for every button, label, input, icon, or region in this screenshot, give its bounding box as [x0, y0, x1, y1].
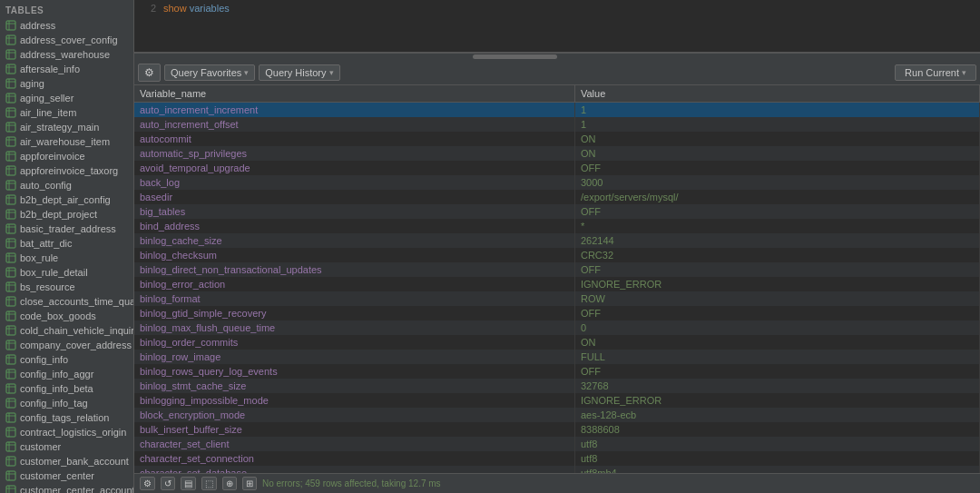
sidebar-table-item[interactable]: auto_config [0, 178, 133, 192]
sidebar-table-item[interactable]: config_info_beta [0, 381, 133, 396]
svg-rect-36 [6, 195, 15, 204]
table-name: customer_center [20, 470, 94, 481]
table-row[interactable]: binlog_error_action IGNORE_ERROR [134, 277, 980, 291]
sidebar-table-item[interactable]: customer_bank_account [0, 454, 133, 468]
table-row[interactable]: binlog_row_image FULL [134, 350, 980, 364]
status-grid-btn[interactable]: ⊞ [242, 477, 257, 490]
table-row[interactable]: back_log 3000 [134, 175, 980, 190]
svg-rect-0 [6, 21, 15, 30]
status-page-btn[interactable]: ⬚ [201, 477, 217, 490]
sidebar-table-item[interactable]: b2b_dept_project [0, 207, 133, 222]
sidebar-table-item[interactable]: box_rule_detail [0, 265, 133, 280]
status-add-btn[interactable]: ⊕ [222, 477, 237, 490]
sidebar-table-item[interactable]: aging_seller [0, 91, 133, 105]
sidebar-table-item[interactable]: customer [0, 439, 133, 454]
table-row[interactable]: character_set_client utf8 [134, 437, 980, 451]
table-row[interactable]: binlog_gtid_simple_recovery OFF [134, 306, 980, 320]
sidebar-table-item[interactable]: air_line_item [0, 105, 133, 120]
sidebar-table-item[interactable]: config_info_tag [0, 396, 133, 410]
status-icon-1[interactable]: ⚙ [140, 477, 155, 490]
sidebar-table-item[interactable]: appforeinvoice_taxorg [0, 163, 133, 178]
sidebar-table-item[interactable]: config_info_aggr [0, 367, 133, 381]
sidebar-table-item[interactable]: contract_logistics_origin [0, 425, 133, 439]
variable-value-cell: IGNORE_ERROR [574, 277, 979, 291]
table-name: customer_center_account [20, 485, 133, 493]
status-refresh-btn[interactable]: ↺ [161, 477, 175, 490]
table-row[interactable]: avoid_temporal_upgrade OFF [134, 161, 980, 175]
sidebar-table-item[interactable]: air_strategy_main [0, 120, 133, 134]
table-row[interactable]: binlogging_impossible_mode IGNORE_ERROR [134, 393, 980, 408]
results-table[interactable]: Variable_name Value auto_increment_incre… [134, 85, 980, 473]
sidebar-table-item[interactable]: address_cover_config [0, 33, 133, 47]
table-row[interactable]: binlog_stmt_cache_size 32768 [134, 379, 980, 393]
sidebar-table-item[interactable]: customer_center_account [0, 483, 133, 493]
sidebar-table-item[interactable]: company_cover_address [0, 338, 133, 352]
sidebar-table-item[interactable]: address [0, 18, 133, 33]
editor-area[interactable]: 2 show variables [134, 0, 980, 53]
variable-value-cell: 0 [574, 320, 979, 335]
table-row[interactable]: bulk_insert_buffer_size 8388608 [134, 422, 980, 437]
table-row[interactable]: binlog_cache_size 262144 [134, 233, 980, 248]
query-history-label: Query History [265, 67, 326, 78]
svg-rect-33 [6, 181, 15, 190]
table-name: auto_config [20, 180, 72, 191]
table-icon [5, 296, 16, 307]
sidebar-table-item[interactable]: bat_attr_dic [0, 236, 133, 251]
table-row[interactable]: automatic_sp_privileges ON [134, 146, 980, 161]
table-name: contract_logistics_origin [20, 427, 126, 438]
sidebar-table-item[interactable]: cold_chain_vehicle_inquiry [0, 323, 133, 338]
svg-rect-39 [6, 210, 15, 219]
table-row[interactable]: character_set_database utf8mb4 [134, 466, 980, 473]
sidebar-table-item[interactable]: basic_trader_address [0, 222, 133, 236]
sidebar-table-item[interactable]: aging [0, 76, 133, 91]
sidebar-table-item[interactable]: close_accounts_time_quantum [0, 294, 133, 309]
svg-rect-96 [6, 486, 15, 493]
status-message: No errors; 459 rows affected, taking 12.… [262, 478, 441, 488]
table-icon [5, 485, 16, 493]
sidebar-table-item[interactable]: code_box_goods [0, 309, 133, 323]
table-row[interactable]: character_set_connection utf8 [134, 451, 980, 466]
sidebar-table-item[interactable]: customer_center [0, 468, 133, 483]
sidebar-table-item[interactable]: air_warehouse_item [0, 134, 133, 149]
table-row[interactable]: block_encryption_mode aes-128-ecb [134, 408, 980, 422]
svg-rect-21 [6, 123, 15, 132]
table-row[interactable]: binlog_format ROW [134, 291, 980, 306]
table-row[interactable]: big_tables OFF [134, 204, 980, 219]
table-row[interactable]: bind_address * [134, 219, 980, 233]
sidebar-table-item[interactable]: bs_resource [0, 280, 133, 294]
status-console-btn[interactable]: ▤ [181, 477, 196, 490]
run-current-label: Run Current [905, 67, 959, 78]
variable-name-cell: binlog_stmt_cache_size [134, 379, 574, 393]
variable-name-cell: auto_increment_increment [134, 103, 574, 118]
svg-rect-51 [6, 268, 15, 277]
table-row[interactable]: binlog_max_flush_queue_time 0 [134, 320, 980, 335]
sidebar-table-item[interactable]: config_tags_relation [0, 410, 133, 425]
tables-header: TABLES [0, 0, 133, 18]
svg-rect-87 [6, 442, 15, 451]
variable-name-cell: binlog_checksum [134, 248, 574, 262]
table-row[interactable]: binlog_rows_query_log_events OFF [134, 364, 980, 379]
gear-button[interactable]: ⚙ [138, 64, 161, 82]
sidebar-table-item[interactable]: b2b_dept_air_config [0, 192, 133, 207]
table-row[interactable]: binlog_checksum CRC32 [134, 248, 980, 262]
sidebar-table-item[interactable]: box_rule [0, 251, 133, 265]
table-row[interactable]: autocommit ON [134, 132, 980, 146]
sidebar-table-item[interactable]: appforeinvoice [0, 149, 133, 163]
table-row[interactable]: binlog_order_commits ON [134, 335, 980, 350]
table-row[interactable]: basedir /export/servers/mysql/ [134, 190, 980, 204]
table-name: b2b_dept_air_config [20, 194, 111, 205]
table-icon [5, 412, 16, 423]
table-row[interactable]: binlog_direct_non_transactional_updates … [134, 262, 980, 277]
table-row[interactable]: auto_increment_increment 1 [134, 103, 980, 118]
sidebar-table-item[interactable]: address_warehouse [0, 47, 133, 62]
h-scroll-thumb[interactable] [473, 54, 557, 59]
variable-value-cell: OFF [574, 364, 979, 379]
query-favorites-chevron: ▾ [244, 68, 249, 77]
run-current-button[interactable]: Run Current ▾ [895, 64, 976, 81]
query-history-button[interactable]: Query History ▾ [259, 64, 339, 81]
sidebar-table-item[interactable]: aftersale_info [0, 62, 133, 76]
query-favorites-button[interactable]: Query Favorites ▾ [164, 64, 255, 81]
sidebar-table-item[interactable]: config_info [0, 352, 133, 367]
table-row[interactable]: auto_increment_offset 1 [134, 117, 980, 132]
horizontal-scrollbar[interactable] [134, 53, 980, 60]
